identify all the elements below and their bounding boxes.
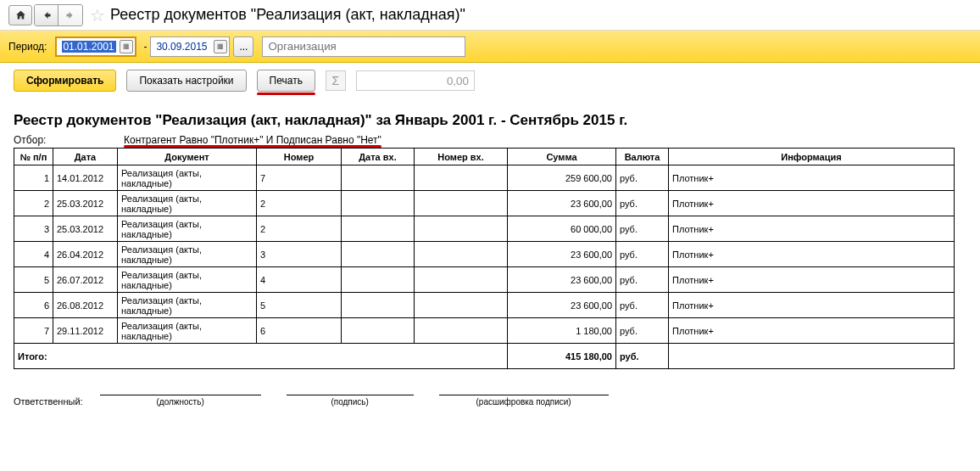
action-bar: Сформировать Показать настройки Печать Σ — [0, 63, 980, 98]
signature-position-slot: (должность) — [100, 395, 261, 407]
report-title: Реестр документов "Реализация (акт, накл… — [14, 112, 966, 129]
cell-num-in — [415, 242, 508, 267]
report-area: Реестр документов "Реализация (акт, накл… — [0, 98, 980, 415]
cell-cur: руб. — [616, 191, 669, 216]
table-row[interactable]: 626.08.2012Реализация (акты, накладные)5… — [14, 293, 955, 318]
cell-doc: Реализация (акты, накладные) — [118, 242, 257, 267]
cell-doc: Реализация (акты, накладные) — [118, 293, 257, 318]
print-button[interactable]: Печать — [257, 70, 315, 92]
generate-button[interactable]: Сформировать — [14, 70, 116, 92]
cell-cur: руб. — [616, 267, 669, 293]
col-header-doc: Документ — [118, 149, 257, 165]
sum-display[interactable] — [356, 70, 475, 91]
cell-num: 7 — [257, 165, 342, 191]
cell-info: Плотник+ — [669, 293, 955, 318]
period-bar: Период: 01.01.2001 ▦ - 30.09.2015 ▦ ... — [0, 31, 980, 63]
total-row: Итого: 415 180,00 руб. — [14, 344, 955, 369]
date-from-field[interactable]: 01.01.2001 ▦ — [55, 36, 136, 57]
cell-doc: Реализация (акты, накладные) — [118, 318, 257, 344]
cell-info: Плотник+ — [669, 191, 955, 216]
table-row[interactable]: 114.01.2012Реализация (акты, накладные)7… — [14, 165, 955, 191]
calendar-icon[interactable]: ▦ — [214, 40, 227, 53]
show-settings-button[interactable]: Показать настройки — [126, 70, 246, 92]
cell-doc: Реализация (акты, накладные) — [118, 165, 257, 191]
cell-num: 5 — [257, 293, 342, 318]
cell-date-in — [342, 242, 415, 267]
cell-info: Плотник+ — [669, 216, 955, 242]
cell-sum: 23 600,00 — [508, 191, 616, 216]
nav-group — [34, 4, 83, 26]
cell-num: 2 — [257, 191, 342, 216]
filter-label: Отбор: — [14, 134, 124, 146]
cell-num: 3 — [257, 242, 342, 267]
col-header-n: № п/п — [14, 149, 53, 165]
cell-date: 14.01.2012 — [53, 165, 118, 191]
table-row[interactable]: 325.03.2012Реализация (акты, накладные)2… — [14, 216, 955, 242]
table-row[interactable]: 426.04.2012Реализация (акты, накладные)3… — [14, 242, 955, 267]
cell-date-in — [342, 165, 415, 191]
favorite-star-icon[interactable]: ☆ — [90, 5, 105, 25]
table-header-row: № п/п Дата Документ Номер Дата вх. Номер… — [14, 149, 955, 165]
cell-info: Плотник+ — [669, 165, 955, 191]
date-from-value: 01.01.2001 — [62, 41, 116, 53]
cell-n: 3 — [14, 216, 53, 242]
cell-cur: руб. — [616, 216, 669, 242]
col-header-date-in: Дата вх. — [342, 149, 415, 165]
forward-button[interactable] — [58, 5, 82, 25]
cell-num-in — [415, 191, 508, 216]
signature-line: Ответственный: (должность) (подпись) (ра… — [14, 395, 966, 407]
cell-info: Плотник+ — [669, 318, 955, 344]
table-row[interactable]: 729.11.2012Реализация (акты, накладные)6… — [14, 318, 955, 344]
home-icon — [15, 9, 26, 20]
cell-date-in — [342, 267, 415, 293]
page-title: Реестр документов "Реализация (акт, накл… — [110, 6, 465, 24]
cell-sum: 60 000,00 — [508, 216, 616, 242]
cell-cur: руб. — [616, 165, 669, 191]
home-button[interactable] — [8, 5, 32, 25]
cell-date: 26.04.2012 — [53, 242, 118, 267]
period-dash: - — [143, 41, 147, 53]
total-info — [669, 344, 955, 369]
cell-date: 26.08.2012 — [53, 293, 118, 318]
filter-line: Отбор: Контрагент Равно "Плотник+" И Под… — [14, 134, 966, 146]
cell-n: 5 — [14, 267, 53, 293]
cell-num-in — [415, 165, 508, 191]
total-label: Итого: — [14, 344, 508, 369]
col-header-num: Номер — [257, 149, 342, 165]
cell-doc: Реализация (акты, накладные) — [118, 191, 257, 216]
arrow-right-icon — [65, 10, 75, 20]
col-header-info: Информация — [669, 149, 955, 165]
period-label: Период: — [8, 41, 47, 53]
cell-sum: 23 600,00 — [508, 267, 616, 293]
cell-date: 25.03.2012 — [53, 216, 118, 242]
cell-info: Плотник+ — [669, 242, 955, 267]
sigma-button[interactable]: Σ — [326, 70, 346, 91]
cell-num: 2 — [257, 216, 342, 242]
back-button[interactable] — [35, 5, 58, 25]
signature-sign-slot: (подпись) — [287, 395, 414, 407]
cell-date-in — [342, 318, 415, 344]
cell-date: 29.11.2012 — [53, 318, 118, 344]
cell-date-in — [342, 216, 415, 242]
signature-sign-caption: (подпись) — [331, 397, 368, 407]
cell-sum: 23 600,00 — [508, 242, 616, 267]
col-header-cur: Валюта — [616, 149, 669, 165]
calendar-icon[interactable]: ▦ — [120, 40, 133, 53]
cell-num: 4 — [257, 267, 342, 293]
cell-sum: 23 600,00 — [508, 293, 616, 318]
highlight-marker — [124, 145, 381, 148]
cell-n: 1 — [14, 165, 53, 191]
period-more-button[interactable]: ... — [233, 36, 253, 57]
table-row[interactable]: 225.03.2012Реализация (акты, накладные)2… — [14, 191, 955, 216]
table-row[interactable]: 526.07.2012Реализация (акты, накладные)4… — [14, 267, 955, 293]
filter-value: Контрагент Равно "Плотник+" И Подписан Р… — [124, 134, 381, 146]
cell-cur: руб. — [616, 242, 669, 267]
cell-n: 2 — [14, 191, 53, 216]
date-to-field[interactable]: 30.09.2015 ▦ — [150, 36, 230, 57]
organization-input[interactable] — [262, 36, 465, 57]
cell-cur: руб. — [616, 293, 669, 318]
cell-info: Плотник+ — [669, 267, 955, 293]
cell-cur: руб. — [616, 318, 669, 344]
col-header-num-in: Номер вх. — [415, 149, 508, 165]
total-sum: 415 180,00 — [508, 344, 616, 369]
